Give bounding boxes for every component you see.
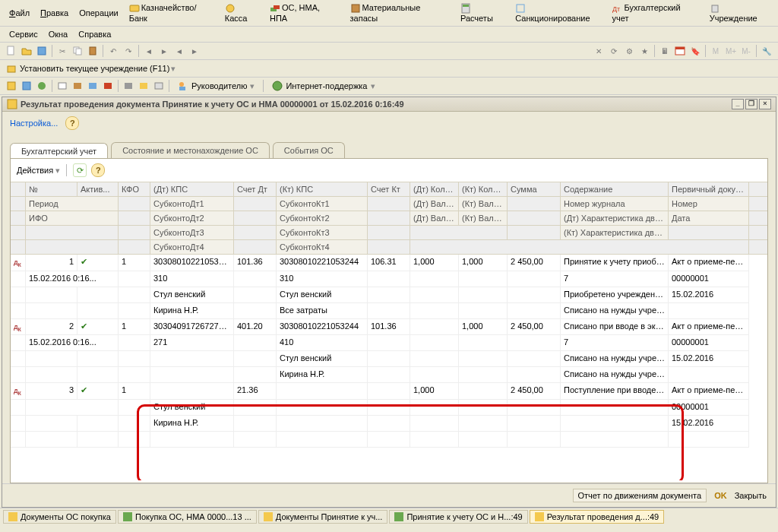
action1-icon[interactable] xyxy=(5,79,18,93)
menu-windows[interactable]: Окна xyxy=(44,28,73,40)
hdr-perv[interactable]: Первичный документ xyxy=(669,182,749,196)
nav-fwd-icon[interactable]: ► xyxy=(157,44,171,58)
paste-icon[interactable] xyxy=(86,44,100,58)
tab-sost[interactable]: Состояние и местонахождение ОС xyxy=(111,142,270,158)
menu-buh[interactable]: ДтБухгалтерский учет xyxy=(608,2,704,24)
copy-icon[interactable] xyxy=(71,44,84,58)
action10-icon[interactable] xyxy=(152,79,166,93)
task-item[interactable]: Документы Принятие к уч... xyxy=(258,510,388,524)
svg-rect-27 xyxy=(155,83,163,89)
hdr-sod[interactable]: Содержание xyxy=(561,182,669,196)
close-doc-icon[interactable]: ✕ xyxy=(592,44,606,58)
menu-calc[interactable]: Расчеты xyxy=(456,2,509,24)
tab-buh[interactable]: Бухгалтерский учет xyxy=(10,143,108,159)
action7-icon[interactable] xyxy=(101,79,115,93)
menu-edit[interactable]: Правка xyxy=(36,7,73,19)
tab-events[interactable]: События ОС xyxy=(273,142,345,158)
task-item[interactable]: Покупка ОС, НМА 0000...13 ... xyxy=(118,510,257,524)
inet-dropdown[interactable]: Интернет-поддержка▾ xyxy=(267,79,380,93)
hdr-kfo[interactable]: КФО xyxy=(119,182,150,196)
action4-icon[interactable] xyxy=(55,79,69,93)
action5-icon[interactable] xyxy=(71,79,84,93)
settings-link[interactable]: Настройка... xyxy=(10,119,58,128)
hdr-ktkps[interactable]: (Кт) КПС xyxy=(277,182,368,196)
hdr-ktkol[interactable]: (Кт) Коли... xyxy=(459,182,508,196)
ruk-dropdown[interactable]: Руководителю▾ xyxy=(172,79,260,93)
table-row[interactable]: ДК3✔1 21.36 1,0002 450,00Поступление при… xyxy=(11,383,767,400)
menu-treasury[interactable]: Казначейство/Банк xyxy=(125,2,219,24)
table-row[interactable]: Кирина Н.Р. Списано на нужды учреждения xyxy=(11,367,767,383)
table-row[interactable]: ДК2✔130304091726727244401.20303080102210… xyxy=(11,319,767,336)
redo-icon[interactable]: ↷ xyxy=(122,44,135,58)
actions-dropdown[interactable]: Действия ▾ xyxy=(17,166,60,176)
task-item-active[interactable]: Результат проведения д...:49 xyxy=(530,510,665,524)
help-icon-2[interactable]: ? xyxy=(91,163,105,177)
save-icon[interactable] xyxy=(35,44,49,58)
institution-icon[interactable] xyxy=(5,62,18,75)
menu-help[interactable]: Справка xyxy=(74,28,115,40)
menu-file[interactable]: Файл xyxy=(5,7,34,19)
cut-icon[interactable]: ✂ xyxy=(55,44,69,58)
hdr-dtkol[interactable]: (Дт) Коли... xyxy=(410,182,459,196)
new-icon[interactable] xyxy=(5,44,18,58)
menu-service[interactable]: Сервис xyxy=(5,28,43,40)
star-icon[interactable]: ★ xyxy=(637,44,651,58)
action2-icon[interactable] xyxy=(20,79,33,93)
header-row4: СубконтоДт3 СубконтоКт3 (Кт) Характерист… xyxy=(11,226,767,240)
close-link[interactable]: Закрыть xyxy=(735,491,767,500)
menu-os[interactable]: ОС, НМА, НПА xyxy=(265,2,344,24)
hdr-summa[interactable]: Сумма xyxy=(508,182,561,196)
calc-icon[interactable]: 🖩 xyxy=(658,44,672,58)
action9-icon[interactable] xyxy=(137,79,150,93)
set-institution-label[interactable]: Установить текущее учреждение (F11) xyxy=(20,64,169,73)
menu-uchr[interactable]: Учреждение xyxy=(705,2,773,24)
ok-button[interactable]: OK xyxy=(714,491,727,500)
nav-back2-icon[interactable]: ◄ xyxy=(172,44,186,58)
refresh-icon[interactable]: ⟳ xyxy=(73,163,87,177)
hdr-schkt[interactable]: Счет Кт xyxy=(368,182,410,196)
hdr-schdt[interactable]: Счет Дт xyxy=(234,182,277,196)
bookmark-icon[interactable]: 🔖 xyxy=(688,44,702,58)
minimize-button[interactable]: _ xyxy=(732,99,744,109)
menu-operations[interactable]: Операции xyxy=(74,7,122,19)
hdr-dtkps[interactable]: (Дт) КПС xyxy=(150,182,234,196)
action3-icon[interactable] xyxy=(35,79,49,93)
table-row[interactable]: Стул венский Списано на нужды учреж...15… xyxy=(11,351,767,367)
maximize-button[interactable]: ❐ xyxy=(745,99,757,109)
calendar-icon[interactable] xyxy=(673,44,687,58)
undo-icon[interactable]: ↶ xyxy=(106,44,120,58)
table-row[interactable]: 15.02.2016 0:16... 271 410 700000001 xyxy=(11,335,767,351)
gear-icon[interactable]: ⚙ xyxy=(622,44,636,58)
table-row[interactable]: Стул венский 00000001 xyxy=(11,400,767,416)
header-row2: Период СубконтоДт1 СубконтоКт1 (Дт) Валю… xyxy=(11,197,767,211)
svg-rect-6 xyxy=(463,5,469,7)
table-row[interactable] xyxy=(11,432,767,448)
menu-kassa[interactable]: Касса xyxy=(220,2,264,24)
table-row[interactable]: Кирина Н.Р. 15.02.2016 xyxy=(11,416,767,432)
reload-icon[interactable]: ⟳ xyxy=(607,44,621,58)
table-row[interactable]: 15.02.2016 0:16... 310 310 700000001 xyxy=(11,271,767,287)
dropdown-caret-icon[interactable]: ▾ xyxy=(171,64,176,74)
nav-fwd2-icon[interactable]: ► xyxy=(188,44,201,58)
m-minus[interactable]: M- xyxy=(739,44,753,58)
svg-rect-31 xyxy=(8,100,17,109)
hdr-aktiv[interactable]: Актив... xyxy=(77,182,119,196)
m-plus[interactable]: M+ xyxy=(724,44,738,58)
task-item[interactable]: Документы ОС покупка xyxy=(3,510,116,524)
task-item[interactable]: Принятие к учету ОС и Н...:49 xyxy=(389,510,527,524)
help-icon[interactable]: ? xyxy=(65,116,79,130)
menu-sankc[interactable]: Санкционирование xyxy=(511,2,606,24)
action6-icon[interactable] xyxy=(86,79,100,93)
hdr-n[interactable]: № xyxy=(26,182,77,196)
table-row[interactable]: Стул венский Стул венский Приобретено уч… xyxy=(11,287,767,303)
wrench-icon[interactable]: 🔧 xyxy=(760,44,773,58)
open-icon[interactable] xyxy=(20,44,33,58)
nav-back-icon[interactable]: ◄ xyxy=(142,44,156,58)
table-row[interactable]: Кирина Н.Р. Все затраты Списано на нужды… xyxy=(11,303,767,319)
action8-icon[interactable] xyxy=(122,79,135,93)
svg-rect-35 xyxy=(394,512,403,521)
report-button[interactable]: Отчет по движениям документа xyxy=(573,489,707,502)
table-row[interactable]: ДК1✔130308010221053244101.36303080102210… xyxy=(11,255,767,271)
menu-matzapasy[interactable]: Материальные запасы xyxy=(346,2,454,24)
close-button[interactable]: × xyxy=(759,99,771,109)
